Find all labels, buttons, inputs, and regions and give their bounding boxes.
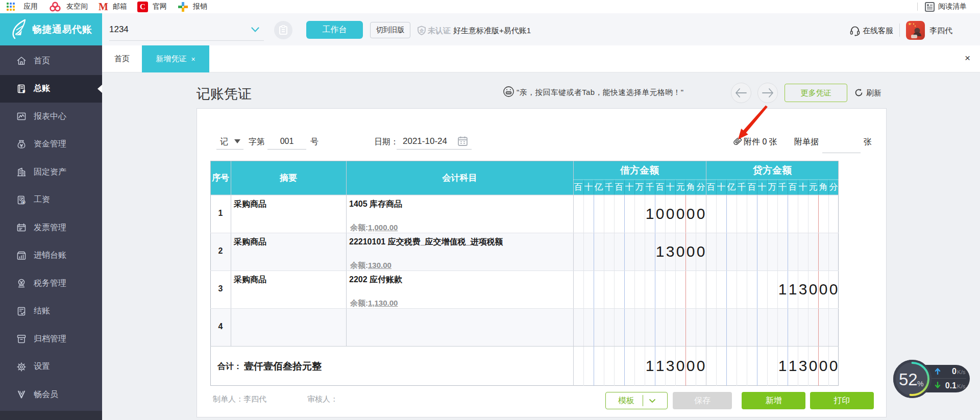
svg-text:¥: ¥ [22,200,24,204]
svg-text:%: % [917,380,923,388]
svg-text:52: 52 [899,370,918,389]
svg-text:¥: ¥ [23,89,26,93]
svg-text:企: 企 [419,28,424,33]
